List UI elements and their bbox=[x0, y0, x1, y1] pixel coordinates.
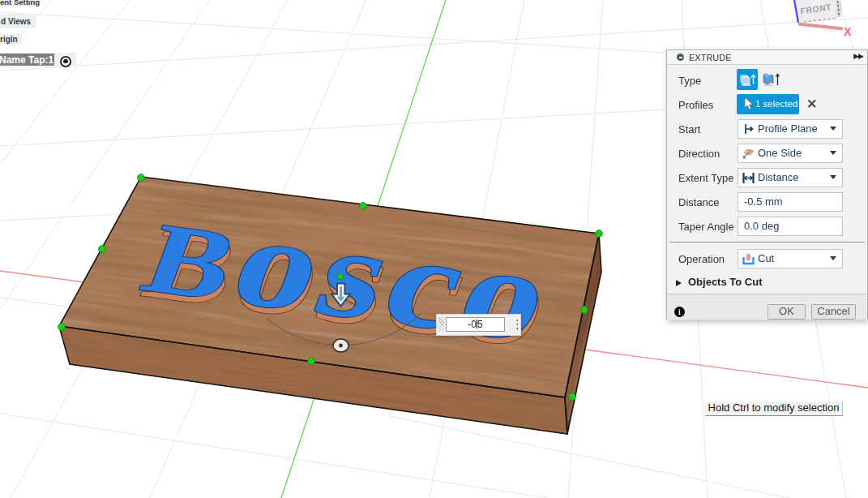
svg-text:X: X bbox=[844, 25, 852, 38]
